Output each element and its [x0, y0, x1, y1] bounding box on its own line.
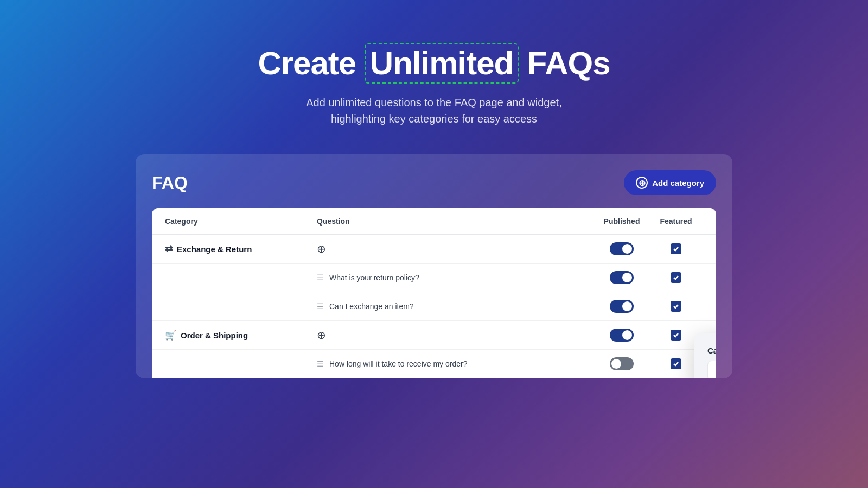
toggle-cell[interactable]: [595, 271, 649, 284]
category-name-input[interactable]: [707, 361, 716, 378]
question-cell-shipping: ☰ How long will it take to receive my or…: [317, 359, 595, 368]
toggle-cell[interactable]: [595, 300, 649, 313]
cart-icon: 🛒: [165, 330, 176, 341]
exchange-icon: ⇄: [165, 243, 173, 255]
published-toggle[interactable]: [610, 300, 634, 313]
table-row: ☰ How long will it take to receive my or…: [152, 350, 716, 378]
category-name-exchange: ⇄ Exchange & Return: [165, 243, 317, 255]
faq-table: Category Question Published Featured ⇄ E…: [152, 208, 716, 378]
table-row: ⇄ Exchange & Return ⊕: [152, 235, 716, 264]
featured-cell[interactable]: [649, 301, 703, 312]
table-header: Category Question Published Featured: [152, 208, 716, 235]
add-question-icon[interactable]: ⊕: [317, 329, 326, 342]
exchange-category-label: Exchange & Return: [177, 245, 252, 254]
toggle-cell[interactable]: [595, 357, 649, 370]
col-published-header: Published: [595, 217, 649, 226]
featured-checkbox[interactable]: [671, 243, 681, 254]
table-row: ☰ Can I exchange an item?: [152, 292, 716, 321]
order-category-label: Order & Shipping: [181, 331, 248, 340]
category-popup: Category Name Icon: [694, 333, 716, 378]
question-cell-exchange: ☰ Can I exchange an item?: [317, 302, 595, 311]
question-text: What is your return policy?: [329, 273, 419, 282]
drag-handle-icon[interactable]: ☰: [317, 302, 324, 311]
published-toggle[interactable]: [610, 242, 634, 255]
faq-container: FAQ ⊕ Add category Category Question Pub…: [136, 154, 732, 378]
hero-title-before: Create: [258, 45, 364, 81]
plus-circle-icon: ⊕: [636, 177, 648, 189]
table-row: ☰ What is your return policy?: [152, 264, 716, 292]
featured-checkbox[interactable]: [671, 301, 681, 312]
featured-checkbox[interactable]: [671, 272, 681, 283]
hero-title: Create Unlimited FAQs: [258, 43, 610, 84]
add-category-label: Add category: [652, 178, 704, 188]
featured-checkbox[interactable]: [671, 358, 681, 369]
drag-handle-icon[interactable]: ☰: [317, 273, 324, 282]
toggle-cell[interactable]: [595, 242, 649, 255]
col-category-header: Category: [165, 217, 317, 226]
toggle-cell[interactable]: [595, 329, 649, 342]
featured-cell[interactable]: [649, 243, 703, 254]
question-text: Can I exchange an item?: [329, 302, 414, 311]
faq-title: FAQ: [152, 173, 188, 193]
published-toggle[interactable]: [610, 357, 634, 370]
hero-title-after: FAQs: [519, 45, 610, 81]
table-row: 🛒 Order & Shipping ⊕: [152, 321, 716, 350]
question-cell-add-exchange[interactable]: ⊕: [317, 242, 595, 255]
add-question-icon[interactable]: ⊕: [317, 242, 326, 255]
faq-header: FAQ ⊕ Add category: [152, 170, 716, 195]
add-category-button[interactable]: ⊕ Add category: [624, 170, 716, 195]
category-name-order: 🛒 Order & Shipping: [165, 330, 317, 341]
question-cell-return: ☰ What is your return policy?: [317, 273, 595, 282]
col-featured-header: Featured: [649, 217, 703, 226]
question-text: How long will it take to receive my orde…: [329, 359, 467, 368]
question-cell-add-order[interactable]: ⊕: [317, 329, 595, 342]
hero-section: Create Unlimited FAQs Add unlimited ques…: [258, 43, 610, 127]
col-question-header: Question: [317, 217, 595, 226]
drag-handle-icon[interactable]: ☰: [317, 359, 324, 368]
hero-title-highlight: Unlimited: [365, 43, 519, 84]
published-toggle[interactable]: [610, 329, 634, 342]
hero-subtitle: Add unlimited questions to the FAQ page …: [258, 94, 610, 127]
published-toggle[interactable]: [610, 271, 634, 284]
featured-checkbox[interactable]: [671, 330, 681, 341]
category-name-label: Category Name: [707, 346, 716, 355]
featured-cell[interactable]: [649, 272, 703, 283]
